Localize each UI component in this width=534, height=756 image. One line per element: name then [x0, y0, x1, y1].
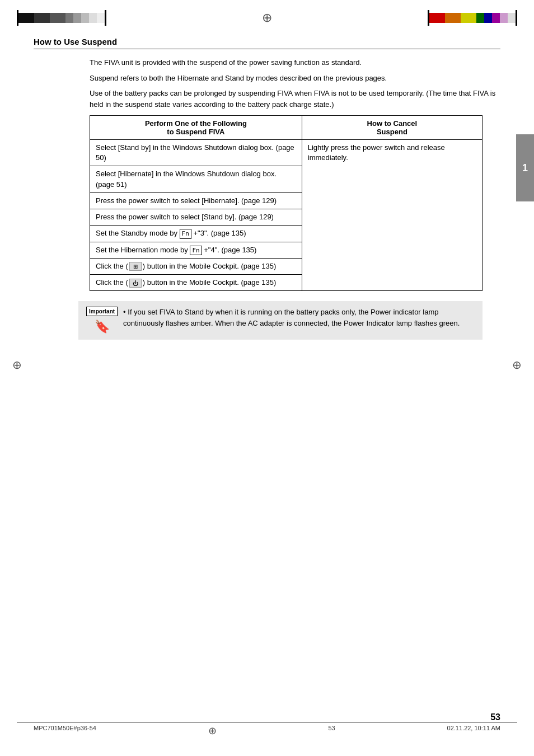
bar-seg — [34, 13, 50, 23]
bar-seg — [50, 13, 65, 23]
sidebar-number: 1 — [522, 162, 528, 174]
main-content: How to Use Suspend The FIVA unit is prov… — [0, 31, 534, 356]
left-crosshair: ⊕ — [12, 358, 22, 372]
section-title: How to Use Suspend — [34, 37, 500, 46]
bar-seg — [73, 13, 81, 23]
bar-seg — [445, 13, 461, 23]
doc-date: 02.11.22, 10:11 AM — [447, 725, 500, 737]
bar-seg — [508, 13, 516, 23]
intro-para-2: Suspend refers to both the Hibernate and… — [90, 73, 500, 84]
important-icon: 🔖 — [95, 320, 110, 334]
row6-suffix: +"4". (page 135) — [202, 246, 257, 254]
table-col1-header: Perform One of the Following to Suspend … — [90, 116, 302, 140]
right-crosshair: ⊕ — [512, 358, 522, 372]
section-rule — [34, 49, 500, 49]
bar-seg — [492, 13, 500, 23]
bar-seg — [65, 13, 73, 23]
intro-para-3: Use of the battery packs can be prolonge… — [90, 88, 500, 110]
bar-line-right2 — [516, 10, 517, 26]
bar-seg — [484, 13, 492, 23]
bottom-area: MPC701M50E#p36-54 ⊕ 53 02.11.22, 10:11 A… — [0, 722, 534, 739]
table-cell-cancel: Lightly press the power switch and relea… — [302, 140, 482, 291]
bar-seg — [89, 13, 97, 23]
bottom-crosshair: ⊕ — [208, 725, 217, 737]
important-badge: Important — [86, 307, 118, 316]
table-cell: Set the Standby mode by Fn +"3". (page 1… — [90, 226, 302, 242]
bar-seg — [500, 13, 508, 23]
bar-seg — [461, 13, 476, 23]
doc-page: 53 — [329, 725, 335, 737]
table-cell: Press the power switch to select [Hibern… — [90, 192, 302, 209]
row5-prefix: Set the Standby mode by — [96, 229, 180, 237]
table-col2-header: How to Cancel Suspend — [302, 116, 482, 140]
doc-code: MPC701M50E#p36-54 — [34, 725, 96, 737]
sidebar-tab: 1 — [516, 134, 534, 201]
table-cell: Select [Stand by] in the Windows Shutdow… — [90, 140, 302, 166]
bottom-meta: MPC701M50E#p36-54 ⊕ 53 02.11.22, 10:11 A… — [0, 722, 534, 739]
table-row: Select [Stand by] in the Windows Shutdow… — [90, 140, 483, 166]
important-bullet: If you set FIVA to Stand by when it is r… — [123, 308, 460, 327]
table-cell: Click the (⊞) button in the Mobile Cockp… — [90, 258, 302, 274]
page-number: 53 — [490, 712, 500, 722]
bar-seg — [429, 13, 445, 23]
row5-suffix: +"3". (page 135) — [191, 229, 246, 237]
bar-seg — [97, 13, 105, 23]
important-box: Important 🔖 • If you set FIVA to Stand b… — [78, 301, 483, 340]
table-cell: Click the (⏻) button in the Mobile Cockp… — [90, 275, 302, 291]
bar-seg — [18, 13, 34, 23]
table-cell: Press the power switch to select [Stand … — [90, 209, 302, 225]
fn-key: Fn — [180, 229, 191, 238]
important-text: • If you set FIVA to Stand by when it is… — [123, 307, 475, 328]
top-crosshair: ⊕ — [262, 11, 272, 25]
cockpit-icon-1: ⊞ — [129, 262, 142, 271]
bar-seg — [476, 13, 484, 23]
suspend-table: Perform One of the Following to Suspend … — [90, 115, 483, 291]
table-cell: Select [Hibernate] in the Windows Shutdo… — [90, 166, 302, 192]
fn-key-2: Fn — [190, 246, 202, 255]
top-bar: ⊕ — [0, 0, 534, 31]
table-cell: Set the Hibernation mode by Fn +"4". (pa… — [90, 242, 302, 258]
cockpit-icon-2: ⏻ — [129, 279, 142, 288]
intro-para-1: The FIVA unit is provided with the suspe… — [90, 57, 500, 68]
bar-seg — [81, 13, 89, 23]
row6-prefix: Set the Hibernation mode by — [96, 246, 190, 254]
